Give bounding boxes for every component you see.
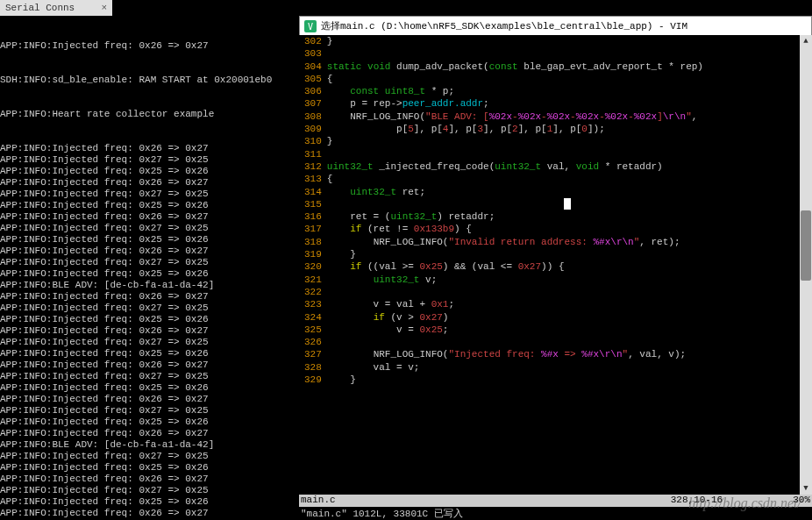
- code-content[interactable]: } static void dump_adv_packet(const ble_…: [327, 35, 703, 386]
- log-line: APP:INFO:Injected freq: 0x25 => 0x26: [0, 382, 299, 394]
- log-line: APP:INFO:Injected freq: 0x25 => 0x26: [0, 314, 299, 325]
- vim-icon: V: [303, 19, 317, 33]
- log-line: APP:INFO:Injected freq: 0x25 => 0x26: [0, 234, 299, 246]
- log-line: APP:INFO:Injected freq: 0x26 => 0x27: [0, 474, 299, 485]
- log-line: APP:INFO:Injected freq: 0x27 => 0x25: [0, 257, 299, 268]
- line-number: 303: [304, 47, 322, 60]
- code-line[interactable]: uint32_t ret;: [327, 186, 703, 198]
- line-number: 304: [304, 61, 322, 73]
- log-line: APP:INFO:Injected freq: 0x27 => 0x25: [0, 405, 299, 417]
- code-line[interactable]: [327, 198, 703, 210]
- watermark-text: http://blog.csdn.net/: [688, 495, 801, 511]
- code-line[interactable]: }: [327, 135, 703, 147]
- code-line[interactable]: p = rep->peer_addr.addr;: [327, 97, 703, 110]
- code-line[interactable]: uint32_t v;: [327, 274, 703, 286]
- line-number: 328: [304, 361, 322, 374]
- code-line[interactable]: if ((val >= 0x25) && (val <= 0x27)) {: [327, 260, 703, 273]
- log-line: APP:INFO:Heart rate collector example: [0, 109, 299, 120]
- log-line: APP:INFO:Injected freq: 0x27 => 0x25: [0, 371, 299, 382]
- code-line[interactable]: {: [327, 73, 703, 85]
- close-icon[interactable]: ×: [101, 3, 107, 13]
- terminal-output[interactable]: APP:INFO:Injected freq: 0x26 => 0x27 SDH…: [0, 16, 299, 520]
- code-line[interactable]: p[5], p[4], p[3], p[2], p[1], p[0]);: [327, 123, 703, 135]
- code-line[interactable]: }: [327, 35, 703, 47]
- log-line: SDH:INFO:sd_ble_enable: RAM START at 0x2…: [0, 75, 299, 86]
- log-line: APP:INFO:Injected freq: 0x27 => 0x25: [0, 223, 299, 234]
- code-editor[interactable]: 3023033043053063073083093103113123133143…: [299, 35, 812, 495]
- code-line[interactable]: NRF_LOG_INFO("Injected freq: %#x => %#x\…: [327, 348, 703, 360]
- line-number: 312: [304, 160, 322, 173]
- line-number: 305: [304, 73, 322, 85]
- log-line: APP:INFO:Injected freq: 0x26 => 0x27: [0, 291, 299, 303]
- log-line: APP:INFO:Injected freq: 0x26 => 0x27: [0, 325, 299, 337]
- log-line: APP:INFO:Injected freq: 0x26 => 0x27: [0, 211, 299, 223]
- log-line: APP:INFO:Injected freq: 0x25 => 0x26: [0, 417, 299, 428]
- code-line[interactable]: }: [327, 248, 703, 260]
- code-line[interactable]: }: [327, 374, 703, 386]
- code-line[interactable]: NRF_LOG_INFO("BLE ADV: [%02x-%02x-%02x-%…: [327, 110, 703, 123]
- code-line[interactable]: uint32_t _injected_freq_code(uint32_t va…: [327, 160, 703, 173]
- log-line: APP:INFO:Injected freq: 0x27 => 0x25: [0, 154, 299, 166]
- line-number: 315: [304, 198, 322, 210]
- log-line: APP:INFO:Injected freq: 0x27 => 0x25: [0, 189, 299, 200]
- vim-title-text: 选择main.c (D:\home\nRF5_SDK\examples\ble_…: [321, 19, 687, 32]
- code-line[interactable]: NRF_LOG_INFO("Invalid return address: %#…: [327, 236, 703, 248]
- log-line: APP:INFO:Injected freq: 0x25 => 0x26: [0, 496, 299, 508]
- scroll-thumb[interactable]: [801, 210, 811, 281]
- line-number: 313: [304, 173, 322, 185]
- log-line: APP:INFO:Injected freq: 0x25 => 0x26: [0, 200, 299, 211]
- code-line[interactable]: val = v;: [327, 361, 703, 374]
- line-number: 311: [304, 148, 322, 160]
- code-line[interactable]: v = val + 0x1;: [327, 298, 703, 310]
- log-line: APP:INFO:Injected freq: 0x25 => 0x26: [0, 462, 299, 474]
- log-line: APP:INFO:Injected freq: 0x26 => 0x27: [0, 428, 299, 439]
- line-number: 310: [304, 135, 322, 147]
- line-number: 319: [304, 248, 322, 260]
- code-line[interactable]: const uint8_t * p;: [327, 85, 703, 97]
- vim-titlebar[interactable]: V 选择main.c (D:\home\nRF5_SDK\examples\bl…: [299, 16, 812, 35]
- line-number: 320: [304, 260, 322, 273]
- log-line: APP:INFO:Injected freq: 0x27 => 0x25: [0, 485, 299, 496]
- line-number: 309: [304, 123, 322, 135]
- line-number: 314: [304, 186, 322, 198]
- line-number: 327: [304, 348, 322, 360]
- terminal-tab[interactable]: Serial Conns ×: [0, 0, 112, 16]
- log-line: APP:INFO:Injected freq: 0x27 => 0x25: [0, 303, 299, 314]
- log-line: APP:INFO:Injected freq: 0x26 => 0x27: [0, 246, 299, 257]
- scroll-up-icon[interactable]: ▲: [800, 35, 812, 47]
- code-line[interactable]: static void dump_adv_packet(const ble_ga…: [327, 61, 703, 73]
- line-number: 316: [304, 210, 322, 223]
- code-line[interactable]: [327, 47, 703, 60]
- svg-text:V: V: [308, 22, 313, 32]
- line-number: 323: [304, 298, 322, 310]
- log-line: APP:INFO:Injected freq: 0x27 => 0x25: [0, 337, 299, 348]
- log-line: APP:INFO:Injected freq: 0x26 => 0x27: [0, 40, 299, 52]
- code-line[interactable]: {: [327, 173, 703, 185]
- line-number: 317: [304, 223, 322, 235]
- code-line[interactable]: if (ret != 0x133b9) {: [327, 223, 703, 235]
- status-filename: main.c: [301, 495, 336, 507]
- line-number: 329: [304, 374, 322, 386]
- log-line: APP:INFO:BLE ADV: [de-cb-fa-a1-da-42]: [0, 439, 299, 451]
- line-number: 325: [304, 324, 322, 336]
- line-number: 324: [304, 311, 322, 324]
- log-line: APP:INFO:Injected freq: 0x25 => 0x26: [0, 268, 299, 280]
- vertical-scrollbar[interactable]: ▲ ▼: [800, 35, 812, 495]
- line-number: 322: [304, 286, 322, 298]
- line-number: 321: [304, 274, 322, 286]
- code-line[interactable]: [327, 148, 703, 160]
- scroll-down-icon[interactable]: ▼: [800, 482, 812, 495]
- code-line[interactable]: if (v > 0x27): [327, 311, 703, 324]
- code-line[interactable]: [327, 286, 703, 298]
- log-line: APP:INFO:Injected freq: 0x25 => 0x26: [0, 166, 299, 177]
- code-line[interactable]: [327, 336, 703, 348]
- line-number-gutter: 3023033043053063073083093103113123133143…: [299, 35, 327, 386]
- code-line[interactable]: v = 0x25;: [327, 324, 703, 336]
- log-line: APP:INFO:Injected freq: 0x27 => 0x25: [0, 451, 299, 462]
- log-line: APP:INFO:Injected freq: 0x26 => 0x27: [0, 360, 299, 371]
- code-line[interactable]: ret = (uint32_t) retaddr;: [327, 210, 703, 223]
- line-number: 326: [304, 336, 322, 348]
- line-number: 306: [304, 85, 322, 97]
- log-line: APP:INFO:Injected freq: 0x25 => 0x26: [0, 348, 299, 360]
- line-number: 308: [304, 110, 322, 123]
